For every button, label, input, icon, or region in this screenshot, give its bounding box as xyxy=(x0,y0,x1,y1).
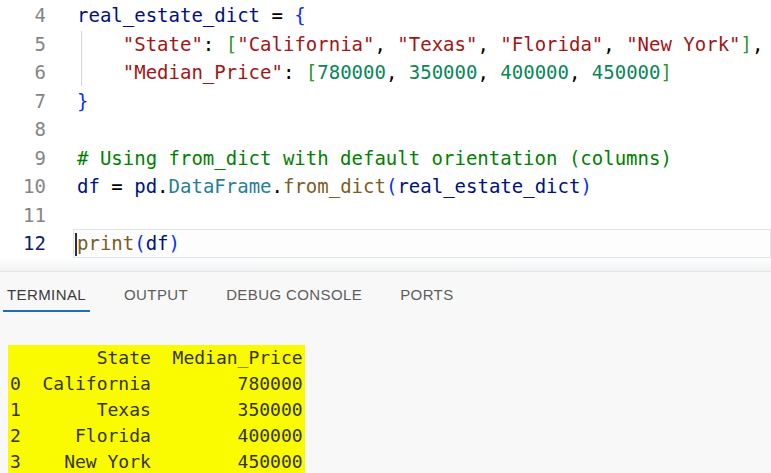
code-token: , xyxy=(477,61,500,83)
code-token: . xyxy=(157,175,168,197)
code-token: = xyxy=(260,4,294,26)
code-token: 400000 xyxy=(500,61,569,83)
code-token: 450000 xyxy=(592,61,661,83)
code-lines: 4real_estate_dict = {5 "State": ["Califo… xyxy=(0,1,771,258)
code-line[interactable]: 9# Using from_dict with default orientat… xyxy=(0,144,771,173)
code-line[interactable]: 10df = pd.DataFrame.from_dict(real_estat… xyxy=(0,172,771,201)
code-token: , xyxy=(603,33,626,55)
code-token: , xyxy=(386,61,409,83)
terminal-output[interactable]: State Median_Price0 California 7800001 T… xyxy=(8,345,305,473)
code-token: "State" xyxy=(123,33,203,55)
code-token: ] xyxy=(661,61,672,83)
tab-output[interactable]: OUTPUT xyxy=(124,272,188,312)
code-token: [ xyxy=(226,33,237,55)
text-cursor xyxy=(75,233,77,256)
code-text: "Median_Price": [780000, 350000, 400000,… xyxy=(46,61,672,83)
line-number: 4 xyxy=(0,4,46,26)
code-text: } xyxy=(46,90,88,112)
code-token: : xyxy=(283,61,306,83)
code-token: "Texas" xyxy=(397,33,477,55)
code-token: real_estate_dict xyxy=(77,4,260,26)
code-token: ( xyxy=(134,232,145,254)
code-token: , xyxy=(752,33,763,55)
code-token: { xyxy=(294,4,305,26)
code-token: df xyxy=(77,175,100,197)
terminal-line: 1 Texas 350000 xyxy=(10,397,303,423)
code-token: from_dict xyxy=(283,175,386,197)
editor-panel-divider xyxy=(0,258,771,271)
code-token: 780000 xyxy=(317,61,386,83)
code-token: : xyxy=(203,33,226,55)
terminal-line: State Median_Price xyxy=(10,345,303,371)
code-line[interactable]: 11 xyxy=(0,201,771,230)
code-token: print xyxy=(77,232,134,254)
tab-terminal[interactable]: TERMINAL xyxy=(7,272,86,312)
line-number: 11 xyxy=(0,204,46,226)
code-token: df xyxy=(146,232,169,254)
code-token: } xyxy=(77,90,88,112)
line-number: 5 xyxy=(0,33,46,55)
terminal-line: 0 California 780000 xyxy=(10,371,303,397)
code-token: [ xyxy=(306,61,317,83)
line-number: 8 xyxy=(0,118,46,140)
code-token: "New York" xyxy=(626,33,740,55)
terminal-line: 3 New York 450000 xyxy=(10,449,303,473)
code-line[interactable]: 5 "State": ["California", "Texas", "Flor… xyxy=(0,30,771,59)
code-token: "Florida" xyxy=(500,33,603,55)
code-token: pd xyxy=(134,175,157,197)
line-number: 10 xyxy=(0,175,46,197)
code-token: ( xyxy=(386,175,397,197)
tab-debug-console[interactable]: DEBUG CONSOLE xyxy=(226,272,362,312)
code-token: # Using from_dict with default orientati… xyxy=(77,147,672,169)
code-line[interactable]: 12print(df) xyxy=(0,229,771,258)
code-token: , xyxy=(569,61,592,83)
code-token: . xyxy=(272,175,283,197)
line-number: 12 xyxy=(0,232,46,254)
code-token: ) xyxy=(580,175,591,197)
code-token: "California" xyxy=(237,33,374,55)
code-token: , xyxy=(477,33,500,55)
code-token: , xyxy=(374,33,397,55)
code-token xyxy=(77,33,123,55)
code-token xyxy=(77,61,123,83)
code-line[interactable]: 8 xyxy=(0,115,771,144)
tab-ports[interactable]: PORTS xyxy=(400,272,453,312)
code-line[interactable]: 4real_estate_dict = { xyxy=(0,1,771,30)
code-token: "Median_Price" xyxy=(123,61,283,83)
panel-tab-bar: TERMINAL OUTPUT DEBUG CONSOLE PORTS xyxy=(0,272,771,312)
code-text: real_estate_dict = { xyxy=(46,4,306,26)
code-token: real_estate_dict xyxy=(397,175,580,197)
code-line[interactable]: 7} xyxy=(0,87,771,116)
code-line[interactable]: 6 "Median_Price": [780000, 350000, 40000… xyxy=(0,58,771,87)
code-token: DataFrame xyxy=(169,175,272,197)
code-token: ) xyxy=(169,232,180,254)
code-text: print(df) xyxy=(46,232,180,254)
code-text: "State": ["California", "Texas", "Florid… xyxy=(46,33,763,55)
code-text: # Using from_dict with default orientati… xyxy=(46,147,672,169)
line-number: 9 xyxy=(0,147,46,169)
code-token: ] xyxy=(741,33,752,55)
code-token: 350000 xyxy=(409,61,478,83)
code-editor[interactable]: 4real_estate_dict = {5 "State": ["Califo… xyxy=(0,0,771,259)
line-number: 6 xyxy=(0,61,46,83)
terminal-line: 2 Florida 400000 xyxy=(10,423,303,449)
code-token: = xyxy=(100,175,134,197)
code-text: df = pd.DataFrame.from_dict(real_estate_… xyxy=(46,175,592,197)
line-number: 7 xyxy=(0,90,46,112)
